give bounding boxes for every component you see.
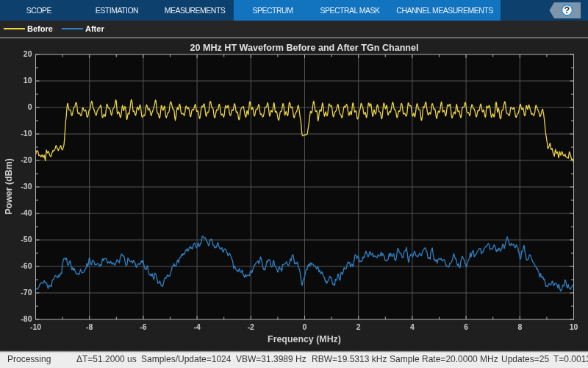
svg-text:After: After bbox=[85, 24, 104, 33]
svg-text:Samples/Update=1024: Samples/Update=1024 bbox=[141, 354, 232, 364]
svg-text:SPECTRUM: SPECTRUM bbox=[253, 6, 293, 15]
svg-text:SCOPE: SCOPE bbox=[26, 6, 52, 15]
svg-text:T=0.00131: T=0.00131 bbox=[553, 354, 588, 364]
svg-text:ESTIMATION: ESTIMATION bbox=[96, 6, 138, 15]
svg-text:MEASUREMENTS: MEASUREMENTS bbox=[165, 6, 226, 15]
svg-text:SPECTRAL MASK: SPECTRAL MASK bbox=[320, 6, 380, 15]
svg-text:Processing: Processing bbox=[7, 354, 51, 364]
svg-text:Before: Before bbox=[27, 24, 53, 33]
svg-text:Updates=25: Updates=25 bbox=[501, 354, 549, 364]
svg-text:RBW=19.5313 kHz: RBW=19.5313 kHz bbox=[312, 354, 387, 364]
svg-text:CHANNEL MEASUREMENTS: CHANNEL MEASUREMENTS bbox=[396, 6, 493, 15]
svg-text:VBW=31.3989 Hz: VBW=31.3989 Hz bbox=[236, 354, 306, 364]
svg-text:Sample Rate=20.0000 MHz: Sample Rate=20.0000 MHz bbox=[390, 354, 498, 364]
svg-text:ΔT=51.2000 us: ΔT=51.2000 us bbox=[76, 354, 137, 364]
